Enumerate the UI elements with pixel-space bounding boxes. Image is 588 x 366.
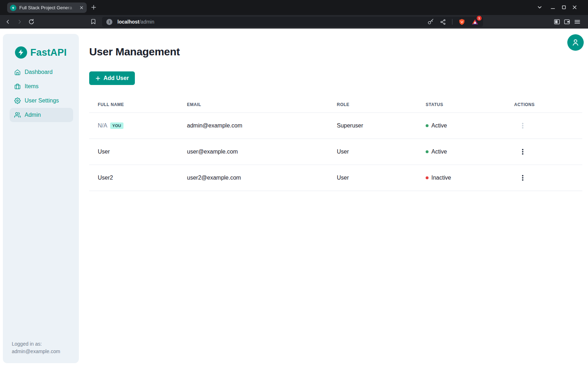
fastapi-favicon-bolt-icon (10, 5, 16, 11)
cell-full-name: N/A (98, 122, 107, 129)
cell-status: Inactive (431, 175, 451, 181)
browser-tab[interactable]: Full Stack Project Genera (7, 2, 87, 13)
sidebar-item-admin[interactable]: Admin (10, 108, 73, 122)
table-row: N/A YOU admin@example.com Superuser Acti… (89, 113, 582, 139)
row-actions-kebab-icon[interactable] (518, 173, 528, 183)
site-info-icon[interactable]: i (106, 19, 112, 25)
app-page: FastAPI Dashboard Items User Settings (0, 29, 588, 366)
browser-tab-strip: Full Stack Project Genera (0, 0, 588, 15)
share-icon[interactable] (440, 19, 446, 25)
cell-role: User (328, 175, 417, 181)
url-host: localhost (117, 19, 139, 25)
logged-in-label: Logged in as: (12, 340, 60, 348)
sidebar-item-label: Admin (25, 112, 41, 118)
sidebar-nav: Dashboard Items User Settings Admin (10, 65, 73, 122)
users-table: FULL NAME EMAIL ROLE STATUS ACTIONS N/A … (89, 96, 582, 191)
table-row: User user@example.com User Active (89, 139, 582, 165)
browser-toolbar: i localhost/admin 1 (0, 15, 588, 29)
column-header-full-name: FULL NAME (89, 102, 178, 107)
sidebar-item-items[interactable]: Items (10, 79, 73, 94)
sidebar-item-label: Dashboard (25, 69, 52, 75)
person-icon (571, 38, 580, 47)
brave-shield-icon[interactable] (458, 19, 465, 25)
column-header-actions: ACTIONS (506, 102, 582, 107)
new-tab-icon[interactable] (91, 4, 97, 10)
add-user-label: Add User (103, 75, 129, 81)
url-bar[interactable]: i localhost/admin 1 (102, 17, 483, 27)
tab-search-chevron-icon[interactable] (537, 4, 543, 10)
fastapi-logo: FastAPI (3, 46, 79, 59)
user-avatar-button[interactable] (567, 34, 584, 51)
back-icon[interactable] (5, 19, 11, 25)
window-close-icon[interactable] (572, 4, 578, 10)
sidebar-item-label: User Settings (25, 97, 59, 104)
fastapi-logo-text: FastAPI (30, 47, 67, 58)
sidebar-toggle-icon[interactable] (553, 18, 561, 25)
column-header-email: EMAIL (178, 102, 328, 107)
cell-status: Active (431, 149, 447, 155)
sidebar-item-label: Items (25, 83, 39, 90)
menu-hamburger-icon[interactable] (574, 18, 581, 25)
page-title: User Management (89, 45, 180, 59)
rewards-notification-badge: 1 (477, 16, 482, 21)
add-user-button[interactable]: Add User (89, 71, 135, 85)
divider (452, 19, 452, 25)
tab-title: Full Stack Project Genera (19, 5, 76, 10)
sidebar: FastAPI Dashboard Items User Settings (3, 34, 79, 363)
home-icon (14, 69, 21, 75)
logged-in-email: admin@example.com (12, 348, 60, 355)
column-header-status: STATUS (417, 102, 506, 107)
users-icon (14, 112, 21, 118)
cell-email: user@example.com (178, 149, 328, 155)
plus-icon (95, 76, 101, 81)
cell-email: admin@example.com (178, 122, 328, 129)
status-dot-inactive (426, 176, 429, 179)
gear-icon (14, 97, 21, 104)
briefcase-icon (14, 83, 21, 90)
window-minimize-icon[interactable] (550, 4, 556, 10)
row-actions-kebab-icon[interactable] (518, 147, 528, 157)
cell-role: User (328, 149, 417, 155)
status-dot-active (426, 124, 429, 127)
window-maximize-icon[interactable] (561, 4, 567, 10)
sidebar-item-user-settings[interactable]: User Settings (10, 94, 73, 108)
table-header-row: FULL NAME EMAIL ROLE STATUS ACTIONS (89, 96, 582, 113)
cell-role: Superuser (328, 122, 417, 129)
wallet-icon[interactable] (563, 18, 571, 25)
forward-icon[interactable] (16, 19, 23, 25)
url-text: localhost/admin (117, 19, 154, 25)
sidebar-item-dashboard[interactable]: Dashboard (10, 65, 73, 79)
logged-in-footer: Logged in as: admin@example.com (12, 340, 60, 355)
brave-rewards-bat-icon[interactable]: 1 (471, 18, 479, 26)
bookmark-icon[interactable] (90, 19, 96, 25)
you-badge: YOU (110, 122, 123, 129)
column-header-role: ROLE (328, 102, 417, 107)
cell-status: Active (431, 122, 447, 129)
reload-icon[interactable] (28, 19, 35, 25)
row-actions-kebab-icon[interactable] (518, 121, 528, 131)
cell-email: user2@example.com (178, 175, 328, 181)
cell-full-name: User2 (89, 175, 178, 181)
fastapi-bolt-icon (15, 46, 27, 59)
password-key-icon[interactable] (427, 19, 434, 25)
cell-full-name: User (89, 149, 178, 155)
tab-close-icon[interactable] (79, 5, 84, 10)
table-row: User2 user2@example.com User Inactive (89, 165, 582, 191)
url-path: /admin (139, 19, 154, 25)
status-dot-active (426, 150, 429, 153)
